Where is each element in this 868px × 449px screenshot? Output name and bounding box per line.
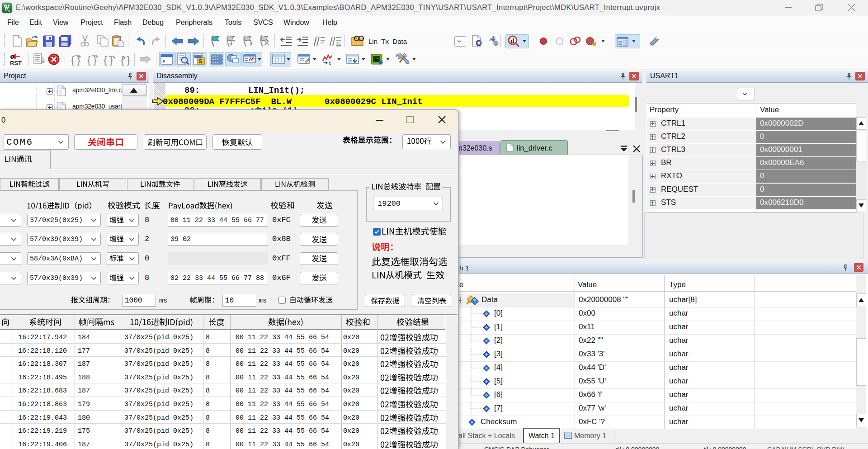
svg-text:{ }: { } <box>121 54 130 66</box>
svg-text:t: t <box>329 60 331 66</box>
svg-text:RST: RST <box>10 60 22 66</box>
svg-text:S: S <box>198 58 202 65</box>
svg-text:d: d <box>510 37 514 44</box>
svg-text:s: s <box>8 8 10 13</box>
